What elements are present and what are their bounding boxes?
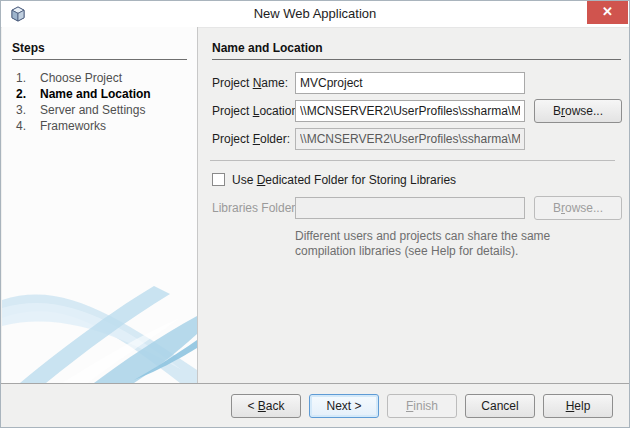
label-text: Project [212,104,253,118]
window-title: New Web Application [1,1,629,27]
button-text: elp [574,399,590,413]
project-folder-row: Project Folder: [198,126,629,154]
next-button[interactable]: Next > [309,394,379,418]
close-button[interactable]: ✕ [587,1,628,24]
label-text: Use [232,173,257,187]
button-text: B [553,201,561,215]
project-name-input[interactable] [295,72,525,94]
wizard-button-bar: < Back Next > Finish Cancel Help [1,384,629,427]
step-frameworks: 4. Frameworks [2,118,197,134]
button-text: < [247,399,257,413]
step-number: 2. [2,86,38,102]
button-text: inish [413,399,438,413]
step-number: 1. [2,70,38,86]
dedicated-folder-row: Use Dedicated Folder for Storing Librari… [198,171,629,193]
button-text: ack [266,399,285,413]
dedicated-folder-label[interactable]: Use Dedicated Folder for Storing Librari… [232,173,456,187]
button-text: Next > [326,399,361,413]
label-mnemonic: F [253,132,260,146]
browse-location-button[interactable]: Browse... [534,99,622,123]
libraries-hint: Different users and projects can share t… [295,229,629,259]
back-button[interactable]: < Back [231,394,301,418]
steps-panel: Steps 1. Choose Project 2. Name and Loca… [2,27,198,383]
button-mnemonic: B [258,399,266,413]
button-text: owse... [565,104,603,118]
libraries-folder-row: Libraries Folder: Browse... [198,195,629,223]
libraries-folder-field [295,197,525,219]
project-location-row: Project Location: Browse... [198,98,629,126]
help-button[interactable]: Help [543,394,613,418]
button-text: Cancel [481,399,518,413]
step-label: Frameworks [38,118,106,134]
section-separator [210,160,615,161]
step-number: 4. [2,118,38,134]
dialog-content: Steps 1. Choose Project 2. Name and Loca… [1,27,629,383]
label-text: Project [212,76,253,90]
cancel-button[interactable]: Cancel [465,394,535,418]
project-name-label: Project Name: [212,76,288,90]
project-folder-field [295,128,525,150]
step-label: Choose Project [38,70,122,86]
browse-libraries-button: Browse... [534,196,622,220]
libraries-folder-label: Libraries Folder: [212,201,299,215]
name-and-location-panel: Name and Location Project Name: Project … [198,27,629,383]
step-server-and-settings: 3. Server and Settings [2,102,197,118]
step-label: Name and Location [38,86,151,102]
project-folder-label: Project Folder: [212,132,290,146]
step-choose-project: 1. Choose Project [2,70,197,86]
project-location-input[interactable] [295,100,525,122]
hint-line-1: Different users and projects can share t… [295,229,629,244]
step-name-and-location: 2. Name and Location [2,86,197,102]
label-text: older: [260,132,290,146]
netbeans-swoosh-watermark [2,278,197,383]
dedicated-folder-checkbox[interactable] [212,173,225,186]
label-text: edicated Folder for Storing Libraries [265,173,456,187]
new-web-application-dialog: New Web Application ✕ Steps 1. Choose Pr… [0,0,630,428]
step-label: Server and Settings [38,102,145,118]
label-text: Project [212,132,253,146]
project-form: Project Name: Project Location: Browse..… [198,70,629,259]
hint-line-2: compilation libraries (see Help for deta… [295,244,629,259]
title-bar: New Web Application ✕ [1,1,629,28]
steps-list: 1. Choose Project 2. Name and Location 3… [2,70,197,134]
panel-header: Name and Location [212,41,621,60]
steps-header: Steps [12,41,187,60]
finish-button: Finish [387,394,457,418]
step-number: 3. [2,102,38,118]
button-text: B [553,104,561,118]
button-text: owse... [565,201,603,215]
project-name-row: Project Name: [198,70,629,98]
label-text: ame: [261,76,288,90]
project-location-label: Project Location: [212,104,301,118]
